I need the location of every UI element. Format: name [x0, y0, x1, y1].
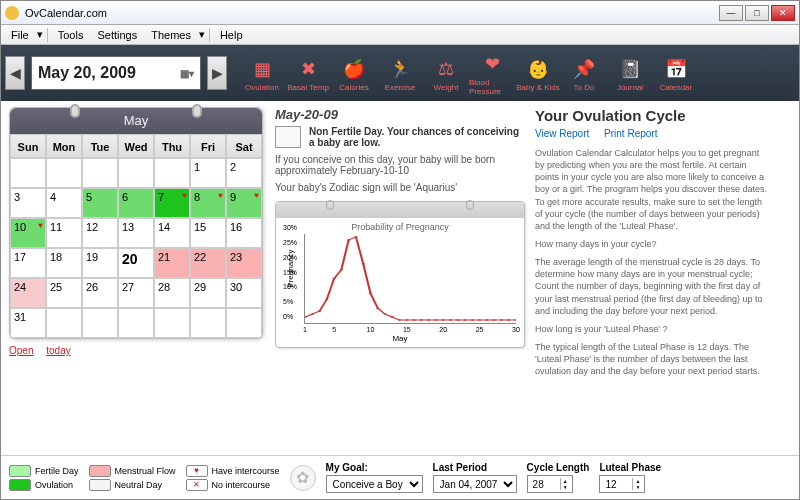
calendar-cell[interactable]: 1 — [190, 158, 226, 188]
today-link[interactable]: today — [46, 345, 70, 356]
menu-settings[interactable]: Settings — [91, 27, 143, 43]
calendar-cell[interactable]: 17 — [10, 248, 46, 278]
heart-pulse-icon: ❤ — [478, 50, 506, 78]
calendar-cell[interactable]: 21 — [154, 248, 190, 278]
toolbar-ovulation[interactable]: ▦Ovulation — [239, 48, 285, 98]
toolbar-calendar[interactable]: 📅Calendar — [653, 48, 699, 98]
heart-icon: ♥ — [182, 191, 187, 200]
calendar-cell — [82, 158, 118, 188]
calendar-cell[interactable]: 29 — [190, 278, 226, 308]
svg-point-18 — [434, 319, 437, 320]
menubar: File▾ Tools Settings Themes▾ Help — [1, 25, 799, 45]
svg-point-8 — [362, 263, 365, 264]
last-period-select[interactable]: Jan 04, 2007 — [433, 475, 517, 493]
calendar-cell[interactable]: 28 — [154, 278, 190, 308]
prev-date-button[interactable]: ◀ — [5, 56, 25, 90]
notebook-icon: 📓 — [616, 55, 644, 83]
calendar-cell[interactable]: 24 — [10, 278, 46, 308]
view-report-link[interactable]: View Report — [535, 128, 589, 139]
calendar-cell[interactable]: 16 — [226, 218, 262, 248]
luteal-phase-input[interactable]: 12▲▼ — [599, 475, 645, 493]
calendar-cell[interactable]: 3 — [10, 188, 46, 218]
calendar-cell[interactable]: 15 — [190, 218, 226, 248]
calendar-cell[interactable]: 10♥ — [10, 218, 46, 248]
calendar-cell[interactable]: 26 — [82, 278, 118, 308]
calendar-cell[interactable]: 4 — [46, 188, 82, 218]
calendar-cell[interactable]: 8♥ — [190, 188, 226, 218]
flower-icon: ✿ — [290, 465, 316, 491]
svg-point-3 — [325, 299, 328, 300]
calendar-cell — [118, 308, 154, 338]
menu-tools[interactable]: Tools — [52, 27, 90, 43]
calendar-cell[interactable]: 7♥ — [154, 188, 190, 218]
svg-point-20 — [449, 319, 452, 320]
svg-point-15 — [412, 319, 415, 320]
calendar-cell[interactable]: 12 — [82, 218, 118, 248]
calendar-grid-icon: ▦ — [248, 55, 276, 83]
apples-icon: 🍎 — [340, 55, 368, 83]
svg-point-7 — [354, 236, 357, 237]
svg-point-14 — [405, 319, 408, 320]
calendar-cell[interactable]: 5 — [82, 188, 118, 218]
day-header: Sun — [10, 134, 46, 158]
next-date-button[interactable]: ▶ — [207, 56, 227, 90]
calendar-cell[interactable]: 6 — [118, 188, 154, 218]
minimize-button[interactable]: — — [719, 5, 743, 21]
goal-select[interactable]: Conceive a Boy — [326, 475, 423, 493]
x-icon: ✖ — [294, 55, 322, 83]
calendar-cell[interactable]: 27 — [118, 278, 154, 308]
calendar-cell[interactable]: 30 — [226, 278, 262, 308]
toolbar-calories[interactable]: 🍎Calories — [331, 48, 377, 98]
toolbar-weight[interactable]: ⚖Weight — [423, 48, 469, 98]
print-report-link[interactable]: Print Report — [604, 128, 657, 139]
close-button[interactable]: ✕ — [771, 5, 795, 21]
svg-point-13 — [398, 319, 401, 320]
toolbar-baby-kids[interactable]: 👶Baby & Kids — [515, 48, 561, 98]
svg-point-12 — [391, 316, 394, 317]
calendar-cell[interactable]: 13 — [118, 218, 154, 248]
app-icon — [5, 6, 19, 20]
pregnancy-chart: Probability of Pregnancy Pregnancy 0%5%1… — [275, 201, 525, 348]
calendar-cell[interactable]: 19 — [82, 248, 118, 278]
note-pin-icon: 📌 — [570, 55, 598, 83]
calendar-cell[interactable]: 14 — [154, 218, 190, 248]
calendar-cell[interactable]: 25 — [46, 278, 82, 308]
menu-help[interactable]: Help — [214, 27, 249, 43]
calendar-cell[interactable]: 20 — [118, 248, 154, 278]
window-title: OvCalendar.com — [25, 7, 107, 19]
open-link[interactable]: Open — [9, 345, 33, 356]
toolbar: ◀ May 20, 2009 ▦▾ ▶ ▦Ovulation✖Basal Tem… — [1, 45, 799, 101]
toolbar-basal-temp[interactable]: ✖Basal Temp — [285, 48, 331, 98]
calendar-header: May — [10, 108, 262, 134]
cycle-length-input[interactable]: 28▲▼ — [527, 475, 573, 493]
calendar-cell[interactable]: 11 — [46, 218, 82, 248]
svg-point-10 — [376, 307, 379, 308]
calendar-cell — [226, 308, 262, 338]
toolbar-journal[interactable]: 📓Journal — [607, 48, 653, 98]
day-header: Sat — [226, 134, 262, 158]
baby-icon: 👶 — [524, 55, 552, 83]
svg-point-25 — [485, 319, 488, 320]
maximize-button[interactable]: □ — [745, 5, 769, 21]
calendar-cell[interactable]: 23 — [226, 248, 262, 278]
toolbar-exercise[interactable]: 🏃Exercise — [377, 48, 423, 98]
menu-themes[interactable]: Themes — [145, 27, 197, 43]
date-picker[interactable]: May 20, 2009 ▦▾ — [31, 56, 201, 90]
calendar-cell — [154, 158, 190, 188]
calendar-cell[interactable]: 18 — [46, 248, 82, 278]
toolbar-to-do[interactable]: 📌To Do — [561, 48, 607, 98]
menu-file[interactable]: File — [5, 27, 35, 43]
heart-icon: ♥ — [254, 191, 259, 200]
day-status-text: Non Fertile Day. Your chances of conceiv… — [309, 126, 525, 148]
calendar-cell[interactable]: 22 — [190, 248, 226, 278]
titlebar: OvCalendar.com — □ ✕ — [1, 1, 799, 25]
calendar-cell[interactable]: 31 — [10, 308, 46, 338]
heart-icon: ♥ — [218, 191, 223, 200]
calendar-cell — [154, 308, 190, 338]
toolbar-blood-pressure[interactable]: ❤Blood Pressure — [469, 48, 515, 98]
selected-date-label: May-20-09 — [275, 107, 525, 122]
calendar-cell[interactable]: 9♥ — [226, 188, 262, 218]
svg-point-4 — [332, 278, 335, 279]
svg-point-21 — [456, 319, 459, 320]
calendar-cell[interactable]: 2 — [226, 158, 262, 188]
